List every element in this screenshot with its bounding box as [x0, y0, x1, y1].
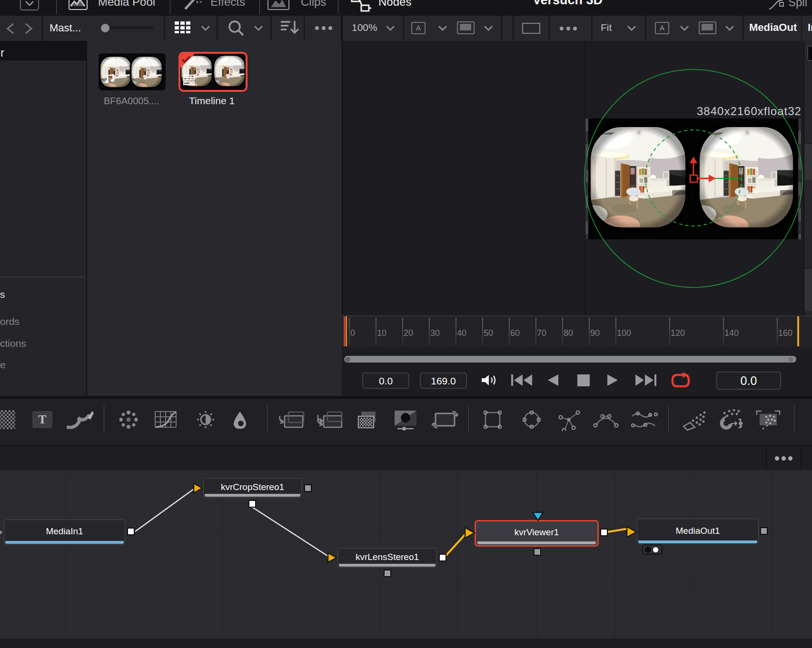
svg-text:90: 90 [590, 328, 600, 338]
svg-text:20: 20 [404, 328, 413, 338]
svg-text:80: 80 [564, 328, 573, 338]
svg-text:100: 100 [617, 328, 631, 338]
svg-text:40: 40 [457, 328, 466, 338]
svg-text:70: 70 [537, 328, 546, 338]
svg-text:160: 160 [778, 328, 792, 338]
svg-text:30: 30 [430, 328, 440, 338]
svg-text:0: 0 [350, 328, 355, 338]
svg-text:50: 50 [484, 328, 493, 338]
svg-text:60: 60 [510, 328, 520, 338]
svg-text:140: 140 [724, 328, 739, 338]
svg-text:10: 10 [377, 328, 386, 338]
svg-text:120: 120 [671, 328, 685, 338]
